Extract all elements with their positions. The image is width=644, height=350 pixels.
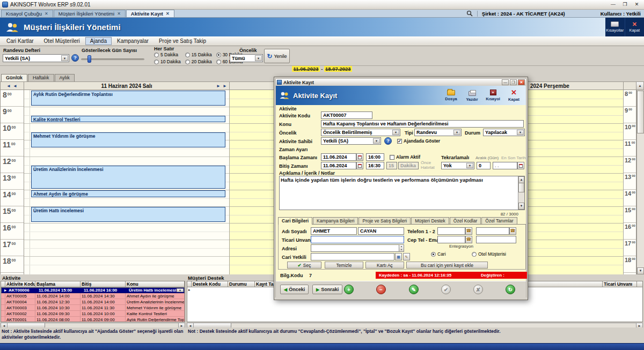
refresh-record-button[interactable]: ↻ [506,285,515,294]
textarea-scrollbar[interactable]: ▲ ▼ [518,176,524,210]
radio-otel-musterisi[interactable]: Otel Müşterisi [472,251,506,257]
header-konu[interactable]: Konu [126,281,185,287]
menu-ajanda[interactable]: Ajanda [85,37,112,45]
adi-field[interactable]: AHMET [311,227,357,235]
scroll-down-icon[interactable]: ▼ [637,267,644,274]
window-maximize-button[interactable]: ❐ [620,1,630,9]
calendar-picker-icon[interactable] [356,153,363,161]
telefon1-field[interactable] [437,227,465,235]
calendar-event[interactable]: Ahmet Aydın ile görüşme [31,190,225,197]
menu-cari-kartlar[interactable]: Cari Kartlar [2,37,39,45]
tab-ozel-tanimlar[interactable]: Özel Tanımlar [481,217,517,224]
scrollbar-thumb[interactable] [518,183,524,192]
temizle-button[interactable]: Temizle [325,262,363,269]
baslama-date-field[interactable]: 11.06.2024 [321,153,356,161]
header-destek-kodu[interactable]: Destek Kodu [192,281,228,287]
sec-button[interactable]: ✔ Seç [287,262,321,269]
menu-proje-satis[interactable]: Proje ve Satış Takip [154,37,211,45]
radio-20-dakika[interactable]: 20 Dakika [185,58,212,65]
tab-close-icon[interactable]: ✕ [45,11,48,16]
aktivite-table-row[interactable]: AKT0000411.06.2024 12:3011.06.2024 14:00… [1,299,185,305]
tab-gunluk[interactable]: Günlük [1,74,27,81]
phone-icon[interactable]: ☎ [465,227,472,235]
karti-ac-button[interactable]: Kartı Aç [365,262,404,269]
tab-proje-satis-bilgileri[interactable]: Proje ve Satış Bilgileri [358,217,411,224]
calendar-vertical-scrollbar[interactable]: ▼ [636,90,644,274]
tipi-select[interactable]: Randevu [414,129,462,136]
calendar-event[interactable]: Aylık Rutin Değerlendirme Toplantısı [31,91,225,106]
calendar-event[interactable]: Mehmet Yıldırım ile görüşme [31,132,225,147]
gun-sayisi-slider[interactable] [81,55,144,63]
soyadi-field[interactable]: CAYAN [358,227,404,235]
aktivite-table-row[interactable]: AKT0000511.06.2024 14:0011.06.2024 14:30… [1,293,185,299]
durum-select[interactable]: Yapılacak [483,129,525,136]
aktivite-table-row[interactable]: AKT0000111.06.2024 08:0011.06.2024 09:00… [1,317,185,322]
kapat-button[interactable]: ✕ Kapat [625,18,644,36]
calendar-event[interactable]: Kalite Kontrol Testleri [31,116,225,123]
kisayollar-button[interactable]: Kısayollar [605,18,625,36]
window-minimize-button[interactable]: — [608,1,618,9]
tab-close-icon[interactable]: ✕ [117,11,121,16]
sonraki-button[interactable]: ▶ Sonraki [312,285,342,294]
dialog-maximize-button[interactable]: ❐ [510,79,517,85]
aktivite-table-row[interactable]: AKT0000211.06.2024 09:3011.06.2024 10:00… [1,311,185,317]
radio-10-dakika[interactable]: 10 Dakika [154,58,181,65]
tab-kampanya-bilgileri[interactable]: Kampanya Bilgileri [313,217,358,224]
calendar-event[interactable]: Üretim Analizlerinin İncelenmesi [31,166,225,189]
radio-cari[interactable]: Cari [431,251,446,257]
radio-15-dakika[interactable]: 15 Dakika [185,51,212,58]
kisayol-button[interactable]: » Kısayol [483,87,503,104]
header-bitis[interactable]: Bitiş [80,281,126,287]
tab-ozel-kodlar[interactable]: Özel Kodlar [450,217,481,224]
dosya-button[interactable]: Dosya [441,87,461,104]
header-baslama[interactable]: Başlama [35,281,80,287]
cari-yetkili-field[interactable] [311,253,394,260]
calendar-nav-prev[interactable]: ◄ ◄ [0,81,24,90]
oncelik-select[interactable]: Tümü [230,54,263,62]
add-record-button[interactable]: + [344,285,354,294]
phone-icon[interactable]: ☎ [509,227,516,235]
bitis-time-field[interactable]: 16:30 [366,162,384,169]
calendar-picker-icon[interactable] [517,162,524,169]
edit-record-button[interactable]: ✎ [409,285,419,294]
aktivite-table-row[interactable]: ▸AKT0000611.06.2024 15:0011.06.2024 16:0… [1,287,185,293]
scroll-down-icon[interactable]: ▼ [518,203,524,210]
tekrarlamali-select[interactable]: Yok [441,162,474,169]
konu-field[interactable]: Hafta Kapanış Toplantısı ve Haftanın Değ… [321,120,524,128]
header-aktivite-kodu[interactable]: Aktivite Kodu [5,281,35,287]
aktivite-sahibi-select[interactable]: Yetkili (SA) [321,137,381,145]
aralik-field[interactable]: 0 [477,162,491,169]
day-column-sali[interactable]: Aylık Rutin Değerlendirme ToplantısıKali… [24,90,230,274]
dialog-close-button[interactable]: ✕ [518,79,525,85]
alarm-aktif-checkbox[interactable]: Alarm Aktif [390,154,420,160]
yazdir-button[interactable]: Yazdır [462,87,482,104]
yeni-kayit-ekle-button[interactable]: Bu cari için yeni kayıt ekle [406,262,488,269]
adresi-field[interactable] [311,244,404,252]
next-day-icon[interactable]: ► ► [216,84,228,88]
oncelik-select[interactable]: Öncelik Belirtilmemiş [321,129,400,136]
scroll-up-icon[interactable]: ▲ [636,81,644,90]
phone-icon[interactable]: ☎ [465,236,472,243]
cancel-record-button[interactable]: ✘ [473,285,483,294]
baslama-time-field[interactable]: 16:00 [366,153,384,161]
tab-haftalik[interactable]: Haftalık [28,74,54,81]
menu-kampanyalar[interactable]: Kampanyalar [112,37,153,45]
telefon2-field[interactable] [476,227,509,235]
prev-day-icon[interactable]: ◄ ◄ [6,84,18,88]
calendar-event[interactable]: Üretim Hattı incelemesi [31,207,225,222]
tab-kisayol-cubugu[interactable]: Kısayol Çubuğu ✕ [1,10,53,17]
save-record-button[interactable]: ✔ [441,285,451,294]
spinner-icon[interactable]: ▲▼ [399,244,404,252]
tab-aylik[interactable]: Aylık [55,74,75,81]
alarm-minutes-field[interactable]: 15 [386,162,397,169]
header-durumu[interactable]: Durumu [228,281,255,287]
randevu-defteri-select[interactable]: Yetkili (SA) [3,54,69,62]
help-button[interactable]: ? [384,137,392,145]
scrollbar-thumb[interactable] [637,91,644,133]
ceptel-field[interactable] [437,236,465,243]
bitis-date-field[interactable]: 11.06.2024 [321,162,356,169]
window-close-button[interactable]: ✕ [632,1,642,9]
aktivite-table-row[interactable]: AKT0000311.06.2024 10:3011.06.2024 11:30… [1,305,185,311]
calendar-picker-icon[interactable] [356,162,363,169]
radio-5-dakika[interactable]: 5 Dakika [154,51,181,58]
